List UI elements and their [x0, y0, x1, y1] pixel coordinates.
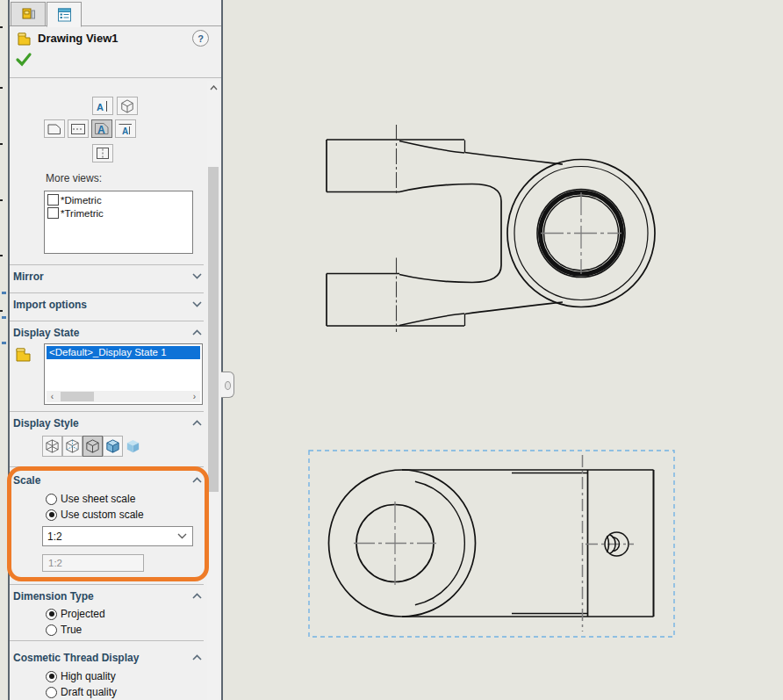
scale-dropdown-value: 1:2 [47, 530, 177, 543]
drawing-view-front[interactable] [309, 451, 674, 637]
sheet-tick [0, 255, 3, 256]
panel-title: Drawing View1 [38, 32, 119, 45]
hscroll-thumb[interactable] [61, 392, 94, 401]
chevron-down-icon [177, 533, 187, 539]
more-views-item-dimetric[interactable]: *Dimetric [45, 193, 192, 206]
centerline-front-view [583, 455, 635, 631]
sheet-tick [2, 292, 6, 294]
view-orientation-isometric-button[interactable] [117, 97, 138, 115]
ok-check-icon[interactable] [15, 52, 32, 68]
radio-projected[interactable]: Projected [46, 607, 105, 621]
sheet-tick [0, 26, 3, 28]
chevron-down-icon[interactable] [192, 301, 202, 307]
checkbox-unchecked[interactable] [47, 194, 59, 206]
view-orientation-bottom-button[interactable] [68, 119, 89, 138]
handle-dot [225, 381, 231, 390]
svg-text:A: A [97, 102, 104, 112]
checkbox-unchecked[interactable] [47, 207, 59, 219]
propertymanager-tab[interactable] [47, 2, 82, 27]
radio-use-custom-scale[interactable]: Use custom scale [46, 508, 144, 522]
display-style-shaded-button[interactable] [123, 436, 143, 457]
section-header-import-options[interactable]: Import options [13, 299, 87, 311]
radio-circle [46, 671, 57, 682]
divider [10, 640, 204, 641]
view-orientation-left-button[interactable]: A [92, 97, 113, 115]
sheet-tick [0, 310, 3, 312]
featuremanager-tab-icon [20, 6, 37, 22]
display-style-shaded-with-edges-button[interactable] [103, 436, 123, 457]
panel-header: Drawing View1 ? [10, 28, 221, 51]
property-manager-panel: Drawing View1 ? A A A More views: *Dimet… [8, 0, 223, 700]
section-header-display-state[interactable]: Display State [13, 327, 79, 339]
display-style-hidden-lines-removed-button[interactable] [83, 436, 103, 457]
radio-circle [46, 509, 57, 521]
scrollbar-thumb[interactable] [208, 167, 219, 492]
panel-tab-bar [10, 0, 221, 26]
radio-use-sheet-scale[interactable]: Use sheet scale [46, 492, 135, 506]
radio-circle [46, 624, 57, 636]
radio-true[interactable]: True [46, 623, 82, 637]
chevron-down-icon[interactable] [192, 273, 202, 279]
propertymanager-tab-icon [56, 7, 73, 23]
drawing-view-top[interactable] [327, 125, 655, 332]
sheet-tick [0, 143, 3, 145]
section-header-cosmetic-thread[interactable]: Cosmetic Thread Display [13, 652, 139, 664]
display-state-item-selected[interactable]: <Default>_Display State 1 [47, 346, 200, 359]
divider [10, 264, 204, 265]
divider [10, 321, 204, 321]
more-views-item-trimetric[interactable]: *Trimetric [45, 206, 192, 220]
panel-scrollbar[interactable] [207, 81, 219, 700]
display-state-listbox: <Default>_Display State 1 ‹ › [44, 343, 203, 405]
help-icon[interactable]: ? [192, 30, 209, 47]
more-views-listbox: *Dimetric *Trimetric [44, 191, 193, 254]
section-header-scale[interactable]: Scale [13, 474, 40, 487]
radio-high-quality[interactable]: High quality [46, 669, 116, 683]
svg-text:A: A [122, 126, 128, 136]
section-header-dimension-type[interactable]: Dimension Type [13, 590, 94, 603]
radio-circle [46, 494, 57, 505]
sheet-tick [2, 342, 6, 344]
radio-draft-quality[interactable]: Draft quality [46, 685, 117, 699]
chevron-up-icon[interactable] [192, 654, 202, 660]
svg-text:A: A [97, 124, 105, 135]
chevron-up-icon[interactable] [192, 477, 202, 483]
display-state-part-icon [14, 345, 33, 363]
sheet-tick [0, 199, 3, 201]
chevron-up-icon[interactable] [192, 420, 202, 426]
section-header-display-style[interactable]: Display Style [13, 417, 79, 429]
view-orientation-top-button[interactable]: A [115, 119, 136, 138]
scroll-up-arrow-icon[interactable] [207, 81, 219, 94]
featuremanager-tab[interactable] [11, 2, 46, 26]
divider [10, 466, 204, 467]
display-style-hidden-lines-visible-button[interactable] [62, 436, 83, 457]
section-header-mirror[interactable]: Mirror [13, 271, 44, 283]
display-style-wireframe-button[interactable] [42, 436, 62, 457]
divider [10, 584, 204, 585]
sheet-tick [2, 316, 6, 319]
custom-scale-input[interactable] [42, 554, 144, 572]
scroll-left-arrow-icon[interactable]: ‹ [47, 391, 58, 402]
radio-circle [46, 609, 57, 620]
centermark-front-view [354, 502, 436, 585]
more-views-label: More views: [46, 172, 102, 184]
divider [10, 411, 204, 412]
sheet-tick [0, 87, 3, 89]
drawing-view-part-icon [16, 31, 34, 47]
scroll-right-arrow-icon[interactable]: › [189, 391, 200, 402]
chevron-up-icon[interactable] [192, 593, 202, 599]
panel-collapse-handle[interactable] [221, 372, 234, 398]
divider [10, 292, 204, 293]
view-orientation-back-button[interactable] [44, 119, 65, 138]
chevron-up-icon[interactable] [192, 329, 202, 336]
scale-dropdown[interactable]: 1:2 [42, 526, 193, 546]
view-orientation-front-button[interactable]: A [91, 119, 112, 138]
view-orientation-right-button[interactable] [92, 144, 113, 162]
divider [10, 77, 221, 78]
radio-circle [46, 687, 57, 698]
display-state-hscrollbar[interactable]: ‹ › [47, 391, 200, 402]
